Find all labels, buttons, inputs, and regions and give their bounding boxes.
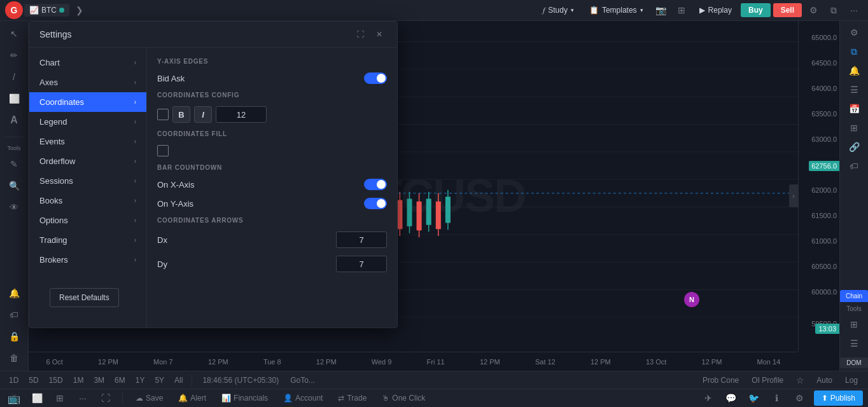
lock-tool[interactable]: 🔒 bbox=[4, 326, 24, 347]
settings-expand-icon[interactable]: ⛶ bbox=[353, 27, 368, 42]
nav-orderflow[interactable]: Orderflow › bbox=[29, 151, 146, 171]
financials-button[interactable]: 📊 Financials bbox=[216, 390, 273, 406]
grid-icon[interactable]: ⊞ bbox=[845, 119, 863, 137]
goto-button[interactable]: GoTo... bbox=[286, 375, 319, 386]
chain-badge[interactable]: Chain bbox=[840, 290, 868, 302]
expand-button[interactable]: ❯ bbox=[71, 1, 88, 19]
publish-button[interactable]: ⬆ Publish bbox=[814, 390, 863, 406]
dy-input[interactable] bbox=[336, 256, 387, 272]
tf-5d[interactable]: 5D bbox=[25, 375, 42, 386]
nav-sessions[interactable]: Sessions › bbox=[29, 171, 146, 191]
tf-1d[interactable]: 1D bbox=[5, 375, 22, 386]
star-btn[interactable]: ☆ bbox=[791, 371, 809, 389]
replay-button[interactable]: ▶ Replay bbox=[693, 1, 738, 19]
auto-btn[interactable]: Auto bbox=[811, 375, 837, 386]
on-x-axis-toggle[interactable] bbox=[364, 179, 387, 190]
draw-tool[interactable]: ✏ bbox=[4, 45, 24, 66]
nav-books[interactable]: Books › bbox=[29, 191, 146, 210]
text-tool[interactable]: A bbox=[4, 110, 24, 130]
sidebar-grid-icon[interactable]: ⊞ bbox=[845, 315, 863, 333]
layers-icon[interactable]: ⧉ bbox=[845, 43, 863, 60]
tag-icon[interactable]: 🏷 bbox=[845, 157, 863, 175]
tf-1y[interactable]: 1Y bbox=[132, 375, 149, 386]
nav-brokers[interactable]: Brokers › bbox=[29, 250, 146, 270]
twitter-icon[interactable]: 🐦 bbox=[745, 389, 763, 407]
grid-bottom-icon[interactable]: ⊞ bbox=[51, 389, 69, 407]
nav-options[interactable]: Options › bbox=[29, 210, 146, 230]
reset-defaults-button[interactable]: Reset Defaults bbox=[50, 288, 119, 307]
buy-button[interactable]: Buy bbox=[741, 3, 771, 17]
tf-3m[interactable]: 3M bbox=[90, 375, 108, 386]
zoom-tool[interactable]: 🔍 bbox=[4, 176, 24, 196]
one-click-button[interactable]: 🖱 One Click bbox=[377, 390, 430, 406]
nav-trading[interactable]: Trading › bbox=[29, 230, 146, 250]
telegram-icon[interactable]: ✈ bbox=[699, 389, 717, 407]
ticker-badge[interactable]: 📈 BTC bbox=[24, 4, 69, 17]
nav-axes[interactable]: Axes › bbox=[29, 72, 146, 92]
settings-bottom-icon[interactable]: ⚙ bbox=[791, 389, 809, 407]
link-icon[interactable]: 🔗 bbox=[845, 138, 863, 156]
compare-button[interactable]: ⊞ bbox=[673, 1, 690, 19]
on-x-axis-label: On X-Axis bbox=[157, 180, 195, 190]
alert-button[interactable]: 🔔 Alert bbox=[173, 390, 211, 406]
bid-ask-toggle[interactable] bbox=[364, 72, 387, 84]
study-button[interactable]: 𝑓 Study ▾ bbox=[536, 1, 580, 19]
nav-legend[interactable]: Legend › bbox=[29, 112, 146, 132]
watchlist-icon[interactable]: ☰ bbox=[845, 81, 863, 99]
bell-icon[interactable]: 🔔 bbox=[845, 62, 863, 79]
nav-coordinates[interactable]: Coordinates › bbox=[29, 92, 146, 112]
settings-close-icon[interactable]: ✕ bbox=[372, 27, 387, 42]
save-button[interactable]: ☁ Save bbox=[130, 390, 168, 406]
discord-icon[interactable]: 💬 bbox=[722, 389, 740, 407]
font-size-input[interactable] bbox=[216, 106, 267, 123]
trade-button[interactable]: ⇄ Trade bbox=[333, 390, 372, 406]
layers-button[interactable]: ⧉ bbox=[825, 1, 843, 19]
prob-cone-btn[interactable]: Prob Cone bbox=[697, 375, 744, 386]
more-dots-icon[interactable]: ··· bbox=[74, 389, 92, 407]
expand-right-btn[interactable]: › bbox=[789, 184, 798, 207]
account-button[interactable]: 👤 Account bbox=[278, 390, 328, 406]
cursor-tool[interactable]: ↖ bbox=[4, 24, 24, 44]
oi-profile-btn[interactable]: OI Profile bbox=[746, 375, 788, 386]
tf-6m[interactable]: 6M bbox=[111, 375, 129, 386]
coord-config-row: B I bbox=[157, 106, 387, 123]
more-button[interactable]: ··· bbox=[845, 1, 863, 19]
log-btn[interactable]: Log bbox=[840, 375, 863, 386]
line-tool[interactable]: / bbox=[4, 67, 24, 87]
calendar-icon[interactable]: 📅 bbox=[845, 100, 863, 118]
nav-events[interactable]: Events › bbox=[29, 132, 146, 151]
gear-settings-icon[interactable]: ⚙ bbox=[845, 24, 863, 41]
tv-icon[interactable]: 📺 bbox=[5, 389, 23, 407]
fullscreen-icon[interactable]: ⛶ bbox=[97, 389, 115, 407]
coord-fill-swatch[interactable] bbox=[157, 145, 169, 156]
color-swatch[interactable] bbox=[157, 109, 169, 120]
sell-button[interactable]: Sell bbox=[773, 3, 802, 17]
sidebar-list-icon[interactable]: ☰ bbox=[845, 335, 863, 352]
on-y-axis-toggle[interactable] bbox=[364, 198, 387, 209]
time-13oct: 13 Oct bbox=[646, 358, 666, 366]
trash-tool[interactable]: 🗑 bbox=[4, 348, 24, 368]
camera-button[interactable]: 📷 bbox=[652, 1, 670, 19]
aspect-icon[interactable]: ⬜ bbox=[28, 389, 46, 407]
italic-button[interactable]: I bbox=[194, 106, 212, 123]
logo-button[interactable]: G bbox=[5, 1, 23, 19]
eye-tool[interactable]: 👁 bbox=[4, 197, 24, 217]
tf-15d[interactable]: 15D bbox=[45, 375, 67, 386]
bookmark-tool[interactable]: 🏷 bbox=[4, 305, 24, 325]
reset-container: Reset Defaults bbox=[29, 268, 139, 328]
dom-badge[interactable]: DOM bbox=[840, 357, 868, 368]
bold-button[interactable]: B bbox=[172, 106, 190, 123]
settings-gear-icon[interactable]: ⚙ bbox=[804, 1, 822, 19]
nav-chart[interactable]: Chart › bbox=[29, 53, 146, 72]
divider-1 bbox=[4, 137, 24, 137]
info-icon[interactable]: ℹ bbox=[768, 389, 786, 407]
measure-tool[interactable]: ⬜ bbox=[4, 88, 24, 109]
one-click-icon: 🖱 bbox=[382, 394, 389, 403]
tf-1m[interactable]: 1M bbox=[69, 375, 88, 386]
templates-button[interactable]: 📋 Templates ▾ bbox=[583, 1, 650, 19]
alert-tool[interactable]: 🔔 bbox=[4, 283, 24, 303]
pencil-tool[interactable]: ✎ bbox=[4, 154, 24, 174]
dx-input[interactable] bbox=[336, 231, 387, 248]
tf-all[interactable]: All bbox=[171, 375, 186, 386]
tf-5y[interactable]: 5Y bbox=[151, 375, 168, 386]
